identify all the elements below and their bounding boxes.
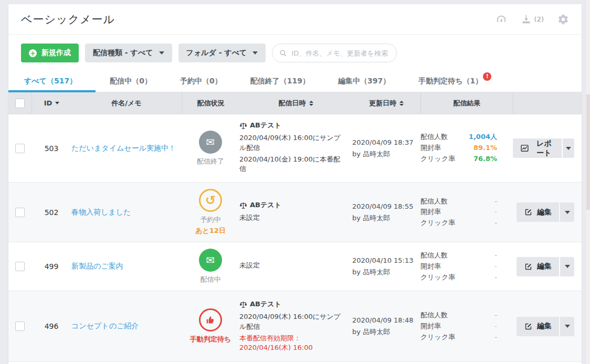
row-id: 503 (31, 138, 71, 159)
updated-by: by 品時太郎 (352, 148, 420, 160)
row-report-button[interactable]: レポート (513, 138, 562, 158)
result-row: 開封率- (420, 321, 497, 332)
result-label: 開封率 (420, 261, 441, 272)
column-updated[interactable]: 更新日時 (352, 92, 420, 114)
result-label: クリック率 (420, 272, 455, 283)
row-checkbox[interactable] (15, 208, 25, 217)
row-edit-button[interactable]: 編集 (517, 202, 559, 222)
tab-ended[interactable]: 配信終了（119） (236, 70, 324, 92)
sort-both-icon (399, 101, 404, 106)
row-checkbox[interactable] (15, 262, 25, 271)
updated-datetime: 2020/04/10 15:13 (352, 255, 420, 266)
row-updated-cell: 2020/04/09 18:37by 品時太郎 (352, 131, 420, 166)
tab-manual-pending[interactable]: 手動判定待ち（1）! (404, 70, 505, 92)
folder-filter[interactable]: フォルダ - すべて (178, 44, 266, 62)
edit-icon (524, 208, 533, 217)
updated-by: by 品時太郎 (352, 212, 420, 224)
subject-link[interactable]: 新製品のご案内 (71, 262, 123, 270)
result-label: 配信人数 (420, 310, 448, 321)
status-label: 配信中 (201, 275, 221, 284)
result-row: 開封率- (420, 207, 497, 218)
action-label: レポート (533, 139, 554, 158)
tabs: すべて（517）配信中（0）予約中（0）配信終了（119）編集中（397）手動判… (8, 70, 582, 92)
result-row: 開封率89.1% (420, 143, 497, 154)
status-label: 予約中 (201, 215, 221, 224)
table-row: 502春物入荷しました↺予約中あと12日ABテスト未設定2020/04/09 1… (8, 183, 582, 242)
row-action-dropdown[interactable] (560, 317, 574, 336)
result-value: - (494, 332, 497, 343)
edit-icon (524, 262, 533, 271)
status-delivering-icon: ✉ (199, 249, 222, 272)
column-delivery-date[interactable]: 配信日時 (239, 92, 352, 114)
chevron-down-icon (565, 211, 570, 214)
table-row: 495テンプレートABテスト2020/04/09 18:50配信人数-開封率-ク… (8, 362, 582, 364)
table-row: 496コンセプトのご紹介手動判定待ちABテスト2020/04/09(木) 16:… (8, 291, 582, 362)
delivery-type-filter-label: 配信種類 - すべて (93, 48, 153, 58)
subject-link[interactable]: 春物入荷しました (71, 208, 131, 216)
result-row: クリック率76.8% (420, 154, 497, 165)
status-label: 手動判定待ち (190, 335, 231, 344)
subject-link[interactable]: ただいまタイムセール実施中！ (71, 144, 176, 152)
new-mail-button[interactable]: + 新規作成 (21, 44, 79, 62)
result-row: 配信人数- (420, 250, 497, 261)
scale-icon (239, 301, 247, 308)
row-id: 496 (31, 316, 71, 337)
row-checkbox[interactable] (15, 322, 25, 331)
delivery-type-filter[interactable]: 配信種類 - すべて (85, 44, 172, 62)
scrollbar-track[interactable] (586, 0, 590, 364)
abtest-line: ABテスト (239, 121, 345, 131)
row-delivery-cell: ABテスト2020/04/09(木) 16:00にサンプル配信本番配信有効期限：… (239, 293, 352, 359)
gear-icon[interactable] (557, 14, 569, 25)
select-all-cell (8, 92, 31, 114)
result-label: 配信人数 (420, 132, 448, 143)
row-actions-cell: 編集 (513, 196, 582, 228)
status-manual-icon (199, 308, 222, 331)
updated-datetime: 2020/04/09 18:37 (352, 137, 420, 148)
result-row: 配信人数- (420, 196, 497, 207)
row-edit-button[interactable]: 編集 (517, 317, 559, 336)
delivery-line: 2020/04/09(木) 16:00にサンプル配信 (239, 312, 345, 332)
updated-datetime: 2020/04/09 18:55 (352, 201, 420, 212)
sort-both-icon (309, 101, 313, 106)
delivery-line: 2020/04/09(木) 16:00にサンプル配信 (239, 133, 345, 153)
result-value: - (494, 310, 497, 321)
scale-icon (239, 122, 247, 130)
search-input[interactable] (291, 49, 389, 57)
column-status: 配信状況 (182, 92, 239, 114)
tab-all[interactable]: すべて（517） (8, 70, 96, 92)
column-id[interactable]: ID (31, 92, 71, 114)
result-value: - (494, 321, 497, 332)
abtest-line: ABテスト (239, 299, 345, 309)
chart-icon (520, 144, 529, 153)
folder-filter-label: フォルダ - すべて (186, 48, 247, 58)
row-checkbox[interactable] (15, 144, 25, 153)
download-icon[interactable]: (2) (521, 14, 544, 25)
tab-label: 編集中（397） (338, 77, 390, 86)
row-delivery-cell: ABテスト未設定 (239, 194, 352, 231)
scrollbar-thumb[interactable] (586, 94, 590, 210)
alert-badge: ! (483, 72, 491, 81)
row-action-dropdown[interactable] (563, 138, 574, 158)
tab-scheduled[interactable]: 予約中（0） (166, 70, 236, 92)
abtest-label: ABテスト (250, 200, 281, 210)
scale-icon (239, 201, 247, 209)
row-updated-cell: 2020/04/10 15:13by 品時太郎 (352, 249, 420, 284)
select-all-checkbox[interactable] (15, 99, 25, 108)
result-value: 89.1% (473, 143, 497, 154)
result-value: - (494, 207, 497, 218)
chevron-down-icon (566, 147, 571, 150)
table-header: ID 件名/メモ 配信状況 配信日時 更新日時 配信結果 (8, 92, 582, 114)
row-action-dropdown[interactable] (560, 202, 574, 222)
tab-delivering[interactable]: 配信中（0） (96, 70, 166, 92)
updated-datetime: 2020/04/09 18:48 (352, 315, 420, 326)
row-action-dropdown[interactable] (560, 257, 574, 276)
row-edit-button[interactable]: 編集 (517, 257, 559, 276)
delivery-line: 2020/04/10(金) 19:00に本番配信 (239, 155, 345, 175)
result-label: クリック率 (420, 218, 455, 229)
row-result-cell: 配信人数1,004人開封率89.1%クリック率76.8% (420, 125, 513, 170)
page-header: ベーシックメール (2) (8, 4, 582, 35)
subject-link[interactable]: コンセプトのご紹介 (71, 322, 139, 330)
gauge-icon[interactable] (496, 14, 507, 25)
tab-editing[interactable]: 編集中（397） (324, 70, 404, 92)
row-checkbox-cell (8, 255, 31, 277)
